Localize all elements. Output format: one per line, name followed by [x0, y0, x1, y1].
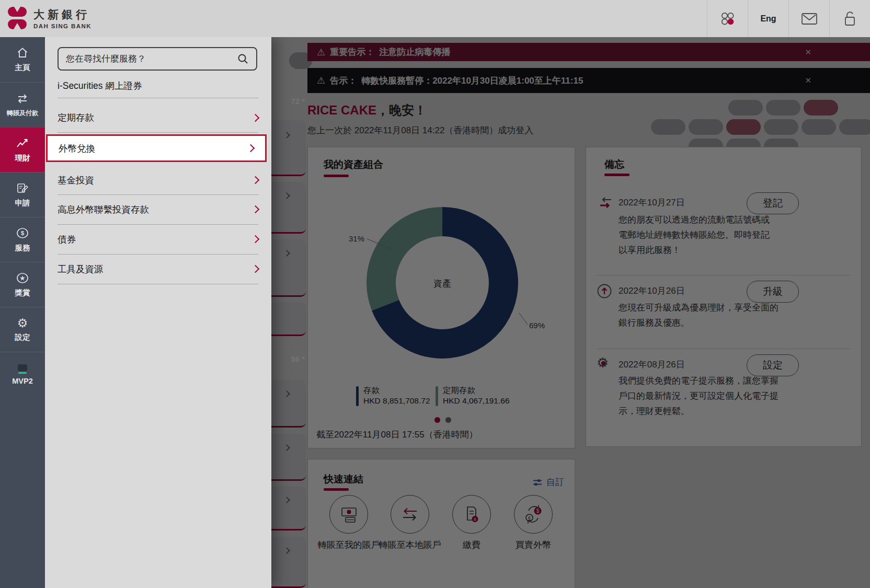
quick-link-transfer-local[interactable]: 轉賬至本地賬戶 [379, 495, 441, 552]
asset-donut-chart: 資產 31% 69% [318, 189, 565, 377]
as-of-timestamp: 截至2022年11月08日 17:55（香港時間） [316, 429, 478, 441]
gear-icon: ⚙ [17, 317, 28, 329]
quick-link-label: 繳費 [463, 538, 480, 552]
sidebar-item-home[interactable]: 主頁 [0, 37, 45, 82]
mvp2-icon [18, 364, 27, 371]
account-card-fragment[interactable] [271, 182, 306, 234]
svg-text:★: ★ [20, 275, 25, 281]
chevron-right-icon [251, 265, 260, 273]
bank-name-en: DAH SING BANK [33, 23, 91, 29]
unlock-icon [843, 10, 857, 27]
warning-icon: ⚠ [317, 75, 325, 86]
search-icon[interactable] [237, 53, 249, 65]
chevron-right-icon [283, 390, 290, 397]
app-window: 72 * 56 * ⚠ 重要告示： 注意防止病毒傳播 ✕ ⚠ 告示： 轉數快服務… [0, 0, 870, 588]
chevron-right-icon [283, 250, 290, 257]
dollar-circle-icon: $ [16, 227, 29, 239]
carousel-dot-active[interactable] [434, 417, 440, 423]
upgrade-circle-icon [597, 283, 612, 299]
search-input[interactable] [66, 54, 237, 64]
upgrade-button[interactable]: 升級 [747, 281, 799, 303]
dah-sing-logo-icon [7, 6, 28, 30]
menu-item-currency-linked-deposit[interactable]: 高息外幣聯繫投資存款 [58, 195, 258, 224]
account-card-fragment[interactable] [271, 537, 306, 588]
banknote-transfer-icon [329, 495, 368, 534]
header-actions: Eng [707, 0, 870, 37]
memo-card: 備忘 2022年10月27日 登記 您的朋友可以透過您的流動電話號碼或電郵地址經… [586, 147, 862, 447]
menu-item-label: i-Securities 網上證券 [58, 79, 142, 92]
sidebar-item-wealth[interactable]: 理財 [0, 127, 45, 172]
carousel-dot[interactable] [445, 417, 451, 423]
alert-message: 注意防止病毒傳播 [379, 46, 450, 58]
envelope-icon [801, 13, 818, 25]
chevron-right-icon [251, 205, 260, 214]
memo-text: 您的朋友可以透過您的流動電話號碼或電郵地址經轉數快轉賬給您。即時登記以享用此服務… [619, 212, 775, 258]
sidebar-item-mvp2[interactable]: MVP2 [0, 352, 45, 397]
account-card-fragment[interactable] [271, 380, 306, 428]
chevron-right-icon [251, 235, 260, 244]
close-icon[interactable]: ✕ [805, 48, 811, 57]
wealth-flyout-menu: i-Securities 網上證券 定期存款 外幣兌換 基金投資 高息外幣聯繫投… [45, 37, 271, 588]
quick-link-fx-trade[interactable]: $ € 買賣外幣 [502, 495, 565, 552]
quick-link-transfer-own[interactable]: 轉賬至我的賬戶 [317, 495, 380, 552]
account-card-fragment[interactable] [271, 120, 306, 176]
sidebar-item-label: 主頁 [15, 63, 30, 73]
menu-item-fund-investment[interactable]: 基金投資 [58, 166, 258, 194]
sidebar-item-apply[interactable]: 申請 [0, 172, 45, 217]
transfer-arrows-icon [597, 195, 614, 210]
gear-dot-icon: ⚙ [597, 355, 609, 370]
transfer-arrows-icon [16, 93, 29, 105]
apps-grid-button[interactable] [707, 0, 748, 37]
account-balance-fragment: 72 * [271, 97, 305, 106]
legend-time-deposits: 定期存款 HKD 4,067,191.66 [436, 385, 510, 406]
currency-exchange-icon: $ € [514, 495, 553, 534]
memo-date: 2022年10月26日 [619, 285, 685, 297]
title-underline [604, 174, 629, 176]
percent-label-large: 69% [529, 321, 545, 330]
memo-date: 2022年10月27日 [619, 197, 685, 209]
quick-links-card: 快速連結 自訂 [307, 459, 575, 588]
sidebar-item-label: 轉賬及付款 [7, 109, 38, 118]
divider [58, 98, 258, 98]
divider [597, 275, 851, 275]
menu-item-fx-exchange-highlighted[interactable]: 外幣兌換 [46, 134, 267, 162]
account-card-fragment[interactable] [271, 239, 306, 297]
sidebar-item-services[interactable]: $ 服務 [0, 217, 45, 262]
sidebar-item-settings[interactable]: ⚙ 設定 [0, 307, 45, 352]
legend-value: HKD 8,851,708.72 [363, 396, 430, 406]
legend-swatch [436, 386, 438, 406]
menu-item-isecurities[interactable]: i-Securities 網上證券 [58, 77, 258, 95]
quick-link-label: 轉賬至我的賬戶 [318, 538, 380, 552]
quick-link-label: 轉賬至本地賬戶 [379, 538, 441, 552]
title-underline [324, 488, 349, 491]
account-balance-fragment: 56 * [271, 354, 305, 363]
menu-item-time-deposit[interactable]: 定期存款 [58, 103, 258, 132]
service-search[interactable] [58, 47, 257, 71]
logout-button[interactable] [829, 0, 870, 37]
menu-item-label: 定期存款 [58, 111, 94, 124]
customize-button[interactable]: 自訂 [532, 476, 564, 488]
account-card-fragment[interactable] [271, 486, 306, 531]
chevron-right-icon [283, 132, 290, 139]
sidebar-item-transfers-payments[interactable]: 轉賬及付款 [0, 82, 45, 127]
chevron-right-icon [283, 444, 290, 451]
divider [58, 284, 258, 284]
language-toggle[interactable]: Eng [748, 0, 788, 37]
svg-text:$: $ [474, 517, 476, 522]
register-button[interactable]: 登記 [747, 192, 799, 214]
menu-item-label: 基金投資 [58, 174, 94, 187]
divider [58, 132, 258, 133]
notice-alert-banner: ⚠ 告示： 轉數快服務暫停：2022年10月30日凌晨1:00至上午11:15 … [307, 68, 870, 93]
bank-logo[interactable]: 大新銀行 DAH SING BANK [7, 6, 91, 30]
account-card-fragment[interactable] [271, 302, 306, 336]
quick-link-label: 買賣外幣 [516, 538, 551, 552]
sidebar-item-rewards[interactable]: ★ 獎賞 [0, 262, 45, 307]
legend-swatch [356, 386, 359, 406]
close-icon[interactable]: ✕ [805, 76, 811, 85]
account-card-fragment[interactable] [271, 434, 306, 481]
top-header: 大新銀行 DAH SING BANK Eng [0, 0, 870, 37]
messages-button[interactable] [788, 0, 829, 37]
quick-link-pay-bills[interactable]: $ 繳費 [440, 495, 503, 552]
menu-item-tools-resources[interactable]: 工具及資源 [58, 255, 258, 283]
menu-item-bonds[interactable]: 債券 [58, 225, 258, 253]
